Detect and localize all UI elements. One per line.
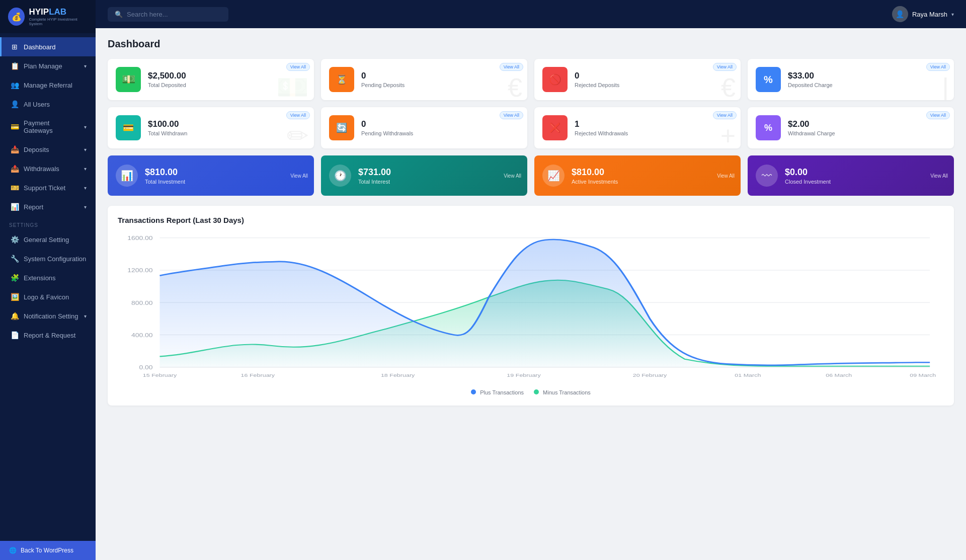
stat-value: 1	[575, 119, 733, 129]
view-all-badge[interactable]: View All	[926, 111, 950, 119]
sidebar-item-report-request[interactable]: 📄 Report & Request	[0, 326, 96, 345]
view-all-badge[interactable]: View All	[286, 63, 310, 71]
view-all-badge[interactable]: View All	[500, 111, 523, 119]
header: 🔍 👤 Raya Marsh ▾	[96, 0, 966, 28]
stat-label: Pending Deposits	[361, 82, 519, 88]
logo: 💰 HYIPLAB Complete HYIP Investment Syste…	[0, 0, 96, 33]
svg-text:0.00: 0.00	[139, 365, 153, 371]
interest-icon: 🕐	[329, 165, 351, 187]
stat-label: Deposited Charge	[788, 82, 946, 88]
sidebar-item-plan-manage[interactable]: 📋 Plan Manage ▾	[0, 56, 96, 75]
view-all-badge[interactable]: View All	[926, 63, 950, 71]
search-box[interactable]: 🔍	[108, 7, 228, 22]
invest-value: $0.00	[785, 167, 946, 178]
withdrawals-icon: 📤	[11, 165, 19, 173]
invest-card-active-investments: 📈 $810.00 Active Investments View All	[534, 155, 741, 196]
chart-title: Transactions Report (Last 30 Days)	[118, 216, 944, 224]
svg-text:1600.00: 1600.00	[127, 235, 152, 242]
plan-icon: 📋	[11, 62, 19, 70]
chevron-down-icon: ▾	[84, 185, 87, 191]
sidebar-item-extensions[interactable]: 🧩 Extensions	[0, 268, 96, 287]
settings-section-label: SETTINGS	[0, 216, 96, 230]
bg-icon: 💵	[276, 72, 309, 100]
deposited-icon: 💵	[116, 67, 141, 92]
user-name: Raya Marsh	[912, 11, 947, 18]
withdrawn-icon: 💳	[116, 115, 141, 140]
payment-icon: 💳	[11, 123, 19, 131]
stat-info: 1 Rejected Withdrawals	[575, 119, 733, 136]
sidebar-item-label: Logo & Favicon	[24, 293, 69, 301]
sidebar-item-label: Report	[24, 203, 43, 211]
sidebar-item-system-configuration[interactable]: 🔧 System Configuration	[0, 249, 96, 268]
legend-plus-transactions: Plus Transactions	[471, 389, 524, 395]
svg-text:1200.00: 1200.00	[127, 268, 152, 274]
stat-card-total-deposited: 💵 $2,500.00 Total Deposited View All 💵	[108, 59, 314, 100]
invest-label: Active Investments	[572, 179, 733, 185]
view-all-badge[interactable]: View All	[713, 111, 737, 119]
invest-info: $810.00 Total Investment	[145, 167, 306, 185]
sidebar-item-deposits[interactable]: 📥 Deposits ▾	[0, 140, 96, 159]
search-input[interactable]	[127, 11, 221, 18]
view-all-link[interactable]: View All	[930, 173, 948, 179]
sidebar-item-notification-setting[interactable]: 🔔 Notification Setting ▾	[0, 306, 96, 326]
stat-value: 0	[575, 71, 733, 81]
svg-text:800.00: 800.00	[131, 300, 153, 306]
sidebar-item-label: All Users	[24, 101, 50, 108]
sidebar-item-label: Dashboard	[24, 43, 56, 51]
stat-value: $33.00	[788, 71, 946, 81]
back-to-wordpress-button[interactable]: 🌐 Back To WordPress	[0, 541, 96, 560]
stat-info: $100.00 Total Withdrawn	[148, 119, 306, 136]
svg-text:16 February: 16 February	[241, 373, 275, 378]
sidebar-item-report[interactable]: 📊 Report ▾	[0, 197, 96, 216]
view-all-link[interactable]: View All	[504, 173, 521, 179]
sidebar-item-manage-referral[interactable]: 👥 Manage Referral	[0, 75, 96, 95]
svg-text:19 February: 19 February	[507, 373, 541, 378]
sidebar-item-label: Payment Gateways	[24, 119, 79, 134]
invest-card-total-interest: 🕐 $731.00 Total Interest View All	[321, 155, 527, 196]
stat-card-deposited-charge: % $33.00 Deposited Charge View All |	[748, 59, 954, 100]
chart-legend: Plus Transactions Minus Transactions	[118, 389, 944, 395]
stat-label: Rejected Deposits	[575, 82, 733, 88]
minus-transactions-label: Minus Transactions	[543, 389, 591, 395]
chevron-down-icon: ▾	[84, 313, 87, 319]
closed-inv-icon: 〰	[756, 165, 778, 187]
bg-icon: |	[942, 72, 949, 100]
chart-section: Transactions Report (Last 30 Days)	[108, 206, 954, 406]
sidebar-item-all-users[interactable]: 👤 All Users	[0, 95, 96, 114]
view-all-link[interactable]: View All	[290, 173, 308, 179]
transactions-chart: 1600.00 1200.00 800.00 400.00 0.00 15 Fe…	[118, 232, 944, 383]
chevron-down-icon: ▾	[84, 63, 87, 69]
stat-label: Rejected Withdrawals	[575, 130, 733, 136]
sidebar-item-dashboard[interactable]: ⊞ Dashboard	[0, 37, 96, 56]
stat-card-pending-withdrawals: 🔄 0 Pending Withdrawals View All	[321, 107, 527, 148]
sidebar-item-label: Deposits	[24, 146, 49, 153]
logo-text: HYIPLAB	[29, 7, 88, 17]
chart-container: 1600.00 1200.00 800.00 400.00 0.00 15 Fe…	[118, 232, 944, 383]
sidebar-item-support-ticket[interactable]: 🎫 Support Ticket ▾	[0, 178, 96, 197]
stat-info: 0 Pending Deposits	[361, 71, 519, 88]
view-all-badge[interactable]: View All	[286, 111, 310, 119]
page-title: Dashboard	[108, 38, 954, 50]
sidebar-item-payment-gateways[interactable]: 💳 Payment Gateways ▾	[0, 114, 96, 140]
view-all-badge[interactable]: View All	[500, 63, 523, 71]
bg-icon: ✏	[287, 121, 309, 148]
stat-info: $33.00 Deposited Charge	[788, 71, 946, 88]
bg-icon: €	[721, 72, 736, 100]
stat-value: 0	[361, 71, 519, 81]
stats-row-1: 💵 $2,500.00 Total Deposited View All 💵 ⏳…	[108, 59, 954, 100]
view-all-link[interactable]: View All	[717, 173, 735, 179]
wd-charge-icon: %	[756, 115, 781, 140]
stat-info: 0 Pending Withdrawals	[361, 119, 519, 136]
sidebar-item-label: Withdrawals	[24, 165, 59, 173]
invest-card-total-investment: 📊 $810.00 Total Investment View All	[108, 155, 314, 196]
sidebar-item-logo-favicon[interactable]: 🖼️ Logo & Favicon	[0, 287, 96, 306]
bg-icon: €	[508, 72, 522, 100]
avatar: 👤	[892, 6, 908, 22]
stat-card-rejected-withdrawals: ❌ 1 Rejected Withdrawals View All +	[534, 107, 741, 148]
chevron-down-icon: ▾	[84, 147, 87, 152]
sidebar-item-general-setting[interactable]: ⚙️ General Setting	[0, 230, 96, 249]
view-all-badge[interactable]: View All	[713, 63, 737, 71]
users-icon: 👤	[11, 100, 19, 108]
dashboard-icon: ⊞	[11, 43, 19, 51]
sidebar-item-withdrawals[interactable]: 📤 Withdrawals ▾	[0, 159, 96, 178]
